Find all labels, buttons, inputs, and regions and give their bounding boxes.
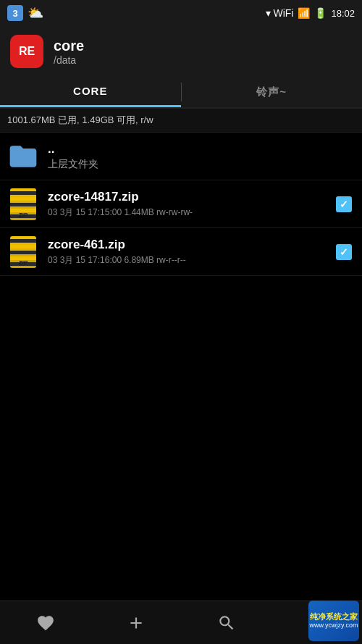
bottom-bar: 纯净系统之家 www.ycwjzy.com [0, 601, 362, 644]
file-checkbox[interactable] [333, 241, 355, 263]
tab-core[interactable]: CORE [0, 77, 181, 107]
status-right: ▾ WiFi 📶 🔋 18:02 [266, 7, 355, 19]
file-info: .. 上层文件夹 [48, 141, 355, 170]
storage-info: 1001.67MB 已用, 1.49GB 可用, r/w [0, 109, 362, 133]
search-button[interactable] [212, 609, 241, 637]
checkbox-checked-icon [336, 244, 352, 260]
checkbox-checked-icon [336, 196, 352, 212]
file-checkbox[interactable] [333, 193, 355, 215]
file-meta: 03 3月 15 17:15:00 1.44MB rw-rw-rw- [48, 206, 324, 219]
file-info: zcore-14817.zip 03 3月 15 17:15:00 1.44MB… [48, 189, 324, 219]
file-list: .. 上层文件夹 ZIP zcore-14817.zip 03 3月 15 17… [0, 133, 362, 276]
folder-icon [7, 141, 39, 172]
weather-icon: ⛅ [28, 5, 43, 21]
file-meta: 03 3月 15 17:16:00 6.89MB rw-r--r-- [48, 254, 324, 267]
file-name: zcore-461.zip [48, 237, 324, 253]
list-item[interactable]: .. 上层文件夹 [0, 133, 362, 180]
file-name: zcore-14817.zip [48, 189, 324, 205]
file-name: .. [48, 141, 355, 157]
wifi-icon: ▾ WiFi [266, 7, 294, 19]
file-info: zcore-461.zip 03 3月 15 17:16:00 6.89MB r… [48, 237, 324, 267]
notification-badge: 3 [7, 5, 23, 21]
battery-icon: 🔋 [314, 7, 327, 19]
zip-icon: ZIP [7, 236, 39, 268]
list-item[interactable]: ZIP zcore-461.zip 03 3月 15 17:16:00 6.89… [0, 228, 362, 276]
app-title: core [54, 37, 84, 54]
parent-label: 上层文件夹 [48, 158, 355, 171]
app-header: RE core /data [0, 26, 362, 77]
status-bar: 3 ⛅ ▾ WiFi 📶 🔋 18:02 [0, 0, 362, 26]
tab-ringtone[interactable]: 铃声~ [182, 77, 363, 107]
watermark: 纯净系统之家 www.ycwjzy.com [308, 601, 359, 641]
list-item[interactable]: ZIP zcore-14817.zip 03 3月 15 17:15:00 1.… [0, 180, 362, 228]
zip-icon: ZIP [7, 188, 39, 220]
time-display: 18:02 [331, 8, 355, 19]
tab-bar: CORE 铃声~ [0, 77, 362, 109]
watermark-line2: www.ycwjzy.com [310, 622, 358, 630]
app-title-group: core /data [54, 37, 84, 67]
app-logo: RE [10, 35, 43, 68]
signal-icon: 📶 [298, 7, 310, 19]
watermark-line1: 纯净系统之家 [310, 611, 358, 622]
add-button[interactable] [122, 609, 151, 637]
app-subtitle: /data [54, 54, 84, 67]
status-left: 3 ⛅ [7, 5, 43, 21]
favorites-button[interactable] [31, 609, 60, 637]
